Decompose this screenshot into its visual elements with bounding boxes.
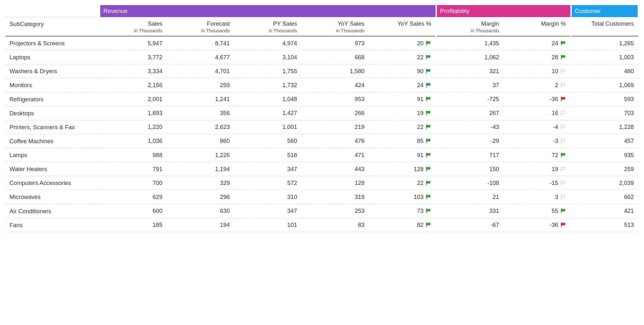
cell-value: 91	[417, 152, 424, 158]
table-row[interactable]: Microwaves629296310319103213662	[5, 190, 638, 204]
cell-margin: -67	[436, 218, 503, 232]
column-header-customers[interactable]: Total Customers	[571, 17, 638, 36]
column-header-margin[interactable]: Marginin Thousands	[436, 17, 503, 36]
column-header-forecast[interactable]: Forecastin Thousands	[167, 17, 234, 36]
cell-value: 480	[624, 68, 634, 74]
cell-yoy_pct: 128	[369, 162, 436, 176]
cell-value: 424	[355, 82, 365, 88]
cell-yoy_pct: 85	[369, 134, 436, 148]
cell-margin_pct: 10	[503, 64, 571, 78]
cell-sales: 1,693	[100, 106, 167, 120]
cell-customers: 935	[571, 148, 638, 162]
cell-value: 259	[624, 166, 634, 172]
cell-value: 1,693	[148, 110, 162, 116]
cell-value: 3,104	[282, 54, 297, 61]
cell-value: 24	[417, 82, 424, 88]
row-label: Computers Accessories	[5, 176, 100, 190]
cell-value: 1,001	[282, 124, 297, 130]
cell-value: 662	[624, 194, 634, 200]
cell-value: 91	[417, 96, 424, 102]
column-header-margin_pct[interactable]: Margin %	[503, 17, 571, 36]
cell-value: 128	[414, 166, 424, 172]
cell-value: 329	[220, 180, 230, 186]
table-row[interactable]: Fans1851941018382-67-36513	[5, 218, 638, 232]
column-header-sublabel: in Thousands	[104, 28, 162, 33]
cell-yoy_pct: 20	[369, 36, 436, 50]
cell-value: 319	[355, 194, 365, 200]
flag-icon	[425, 222, 431, 227]
table-row[interactable]: Lamps9881,2265184719171772935	[5, 148, 638, 162]
row-label: Desktops	[5, 106, 100, 120]
cell-margin: 331	[436, 204, 503, 218]
cell-value: 194	[220, 221, 230, 228]
row-label: Projectors & Screens	[5, 36, 100, 50]
cell-value: 267	[489, 110, 499, 116]
cell-sales: 988	[100, 148, 167, 162]
cell-value: 935	[624, 152, 634, 158]
table-row[interactable]: Desktops1,6933561,4272661926716703	[5, 106, 638, 120]
cell-margin: -725	[436, 92, 503, 106]
cell-value: 20	[417, 40, 424, 47]
table-row[interactable]: Refrigerators2,0011,2411,04895391-725-36…	[5, 92, 638, 106]
cell-customers: 2,039	[571, 176, 638, 190]
cell-value: -15	[550, 180, 558, 186]
flag-icon	[425, 167, 431, 172]
cell-sales: 2,156	[100, 78, 167, 92]
cell-yoy_sales: 253	[301, 204, 369, 218]
cell-value: 791	[153, 166, 162, 172]
cell-value: -36	[550, 221, 558, 228]
cell-yoy_sales: 83	[301, 218, 369, 232]
cell-value: 331	[489, 207, 499, 214]
cell-margin: -43	[436, 120, 503, 134]
cell-sales: 185	[100, 218, 167, 232]
table-row[interactable]: Air Conditioners6006303472537333155421	[5, 204, 638, 218]
cell-customers: 421	[571, 204, 638, 218]
column-group-customer[interactable]: Customer	[571, 5, 638, 17]
table-row[interactable]: Washers & Dryers3,3344,7011,7551,5809032…	[5, 64, 638, 78]
cell-sales: 1,220	[100, 120, 167, 134]
cell-yoy_pct: 103	[369, 190, 436, 204]
cell-value: 55	[552, 207, 558, 214]
column-header-py_sales[interactable]: PY Salesin Thousands	[234, 17, 301, 36]
table-row[interactable]: Water Heaters7911,19434744312815019259	[5, 162, 638, 176]
cell-py_sales: 560	[234, 134, 301, 148]
cell-forecast: 1,226	[167, 148, 234, 162]
cell-py_sales: 1,001	[234, 120, 301, 134]
table-row[interactable]: Printers, Scanners & Fax1,2202,6231,0012…	[5, 120, 638, 134]
cell-value: 10	[552, 68, 558, 74]
column-header-yoy_sales[interactable]: YoY Salesin Thousands	[301, 17, 369, 36]
cell-value: 700	[153, 180, 162, 186]
cell-margin: 717	[436, 148, 503, 162]
cell-value: 2,039	[619, 180, 634, 186]
column-header-label: Sales	[148, 20, 162, 27]
cell-py_sales: 310	[234, 190, 301, 204]
cell-value: -3	[553, 137, 558, 144]
cell-value: 73	[417, 207, 424, 214]
cell-forecast: 860	[167, 134, 234, 148]
table-row[interactable]: Projectors & Screens5,9478,7414,97497320…	[5, 36, 638, 50]
cell-value: 347	[287, 207, 297, 214]
row-header-label[interactable]: SubCategory	[5, 17, 100, 36]
cell-margin_pct: 24	[503, 36, 571, 50]
cell-yoy_sales: 953	[301, 92, 369, 106]
table-row[interactable]: Computers Accessories70032957212822-108-…	[5, 176, 638, 190]
cell-forecast: 356	[167, 106, 234, 120]
column-group-revenue[interactable]: Revenue	[100, 5, 436, 17]
cell-value: 266	[355, 110, 365, 116]
cell-margin: 321	[436, 64, 503, 78]
cell-margin_pct: 55	[503, 204, 571, 218]
cell-value: 83	[358, 221, 365, 228]
table-row[interactable]: Coffee Machines1,03686056047685-29-3457	[5, 134, 638, 148]
column-group-profitability[interactable]: Profitability	[436, 5, 571, 17]
cell-py_sales: 101	[234, 218, 301, 232]
table-row[interactable]: Monitors2,1562591,732424243721,069	[5, 78, 638, 92]
cell-py_sales: 3,104	[234, 50, 301, 64]
table-row[interactable]: Laptops3,7724,6773,104668221,062281,003	[5, 50, 638, 64]
column-header-label: Margin	[481, 20, 499, 27]
column-header-sales[interactable]: Salesin Thousands	[100, 17, 167, 36]
row-label: Air Conditioners	[5, 204, 100, 218]
cell-yoy_sales: 443	[301, 162, 369, 176]
cell-margin_pct: 16	[503, 106, 571, 120]
cell-value: 22	[417, 180, 424, 186]
column-header-yoy_pct[interactable]: YoY Sales %	[369, 17, 436, 36]
